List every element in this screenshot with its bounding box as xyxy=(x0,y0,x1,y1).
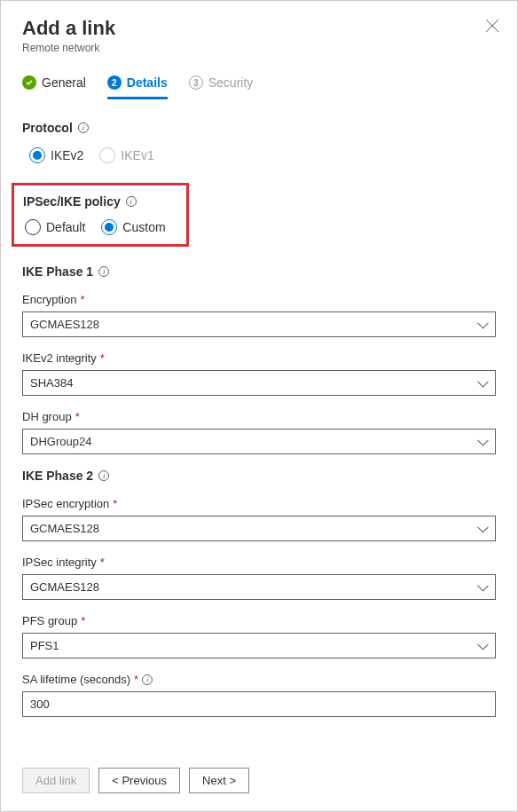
info-icon[interactable]: i xyxy=(98,266,109,277)
ipsec-encryption-label: IPSec encryption* xyxy=(22,497,496,510)
encryption-select[interactable]: GCMAES128 xyxy=(22,311,496,337)
required-asterisk: * xyxy=(100,351,105,365)
panel-footer: Add link < Previous Next > xyxy=(1,755,517,811)
radio-circle-icon xyxy=(101,219,117,235)
add-link-button: Add link xyxy=(22,768,90,793)
ipsec-policy-highlight: IPSec/IKE policy i Default Custom xyxy=(12,183,189,247)
tab-security[interactable]: 3 Security xyxy=(189,68,254,99)
info-icon[interactable]: i xyxy=(98,470,109,481)
encryption-label: Encryption* xyxy=(22,293,496,306)
radio-label: Custom xyxy=(122,220,165,234)
label-text: PFS group xyxy=(22,614,77,627)
pfs-group-select[interactable]: PFS1 xyxy=(22,633,496,658)
checkmark-icon xyxy=(22,75,36,90)
tab-label: Details xyxy=(127,75,168,90)
protocol-section-label: Protocol i xyxy=(22,121,496,135)
radio-ikev2[interactable]: IKEv2 xyxy=(29,147,83,163)
tab-label: General xyxy=(42,75,86,90)
radio-circle-icon xyxy=(25,219,41,235)
required-asterisk: * xyxy=(80,293,84,306)
dhgroup-label: DH group* xyxy=(22,410,496,423)
label-text: IPSec integrity xyxy=(22,556,97,569)
radio-label: IKEv1 xyxy=(121,148,153,162)
label-text: IKEv2 integrity xyxy=(22,351,97,365)
required-asterisk: * xyxy=(134,673,138,686)
ikev2-integrity-select[interactable]: SHA384 xyxy=(22,370,496,396)
wizard-tabs: General 2 Details 3 Security xyxy=(1,63,517,99)
section-title-text: Protocol xyxy=(22,121,73,135)
step-number-icon: 3 xyxy=(189,75,203,90)
policy-section-label: IPSec/IKE policy i xyxy=(23,194,177,209)
label-text: DH group xyxy=(22,410,72,423)
phase-title-text: IKE Phase 2 xyxy=(22,469,93,483)
panel-subtitle: Remote network xyxy=(22,42,496,54)
radio-label: Default xyxy=(46,220,85,234)
panel-title: Add a link xyxy=(22,17,496,40)
label-text: SA lifetime (seconds) xyxy=(22,673,130,686)
sa-lifetime-input[interactable] xyxy=(22,691,496,717)
radio-default[interactable]: Default xyxy=(25,219,85,235)
close-icon xyxy=(485,19,499,33)
ike-phase1-title: IKE Phase 1 i xyxy=(22,264,496,279)
required-asterisk: * xyxy=(113,497,117,510)
step-number-icon: 2 xyxy=(107,75,122,90)
sa-lifetime-label: SA lifetime (seconds)* i xyxy=(22,673,496,686)
radio-circle-icon xyxy=(99,147,115,163)
label-text: IPSec encryption xyxy=(22,497,109,510)
required-asterisk: * xyxy=(81,614,85,627)
tab-details[interactable]: 2 Details xyxy=(107,68,168,99)
required-asterisk: * xyxy=(100,556,105,569)
tab-label: Security xyxy=(208,75,254,90)
ikev2-integrity-label: IKEv2 integrity* xyxy=(22,351,496,365)
pfs-group-label: PFS group* xyxy=(22,614,496,627)
previous-button[interactable]: < Previous xyxy=(98,768,180,793)
ipsec-integrity-label: IPSec integrity* xyxy=(22,556,496,569)
section-title-text: IPSec/IKE policy xyxy=(23,194,121,209)
panel-body: Protocol i IKEv2 IKEv1 IPSec/IKE policy … xyxy=(1,99,517,755)
label-text: Encryption xyxy=(22,293,76,306)
ike-phase2-title: IKE Phase 2 i xyxy=(22,469,496,483)
protocol-radio-group: IKEv2 IKEv1 xyxy=(22,147,496,163)
radio-circle-icon xyxy=(29,147,45,163)
info-icon[interactable]: i xyxy=(78,122,89,133)
close-button[interactable] xyxy=(485,19,499,33)
ipsec-encryption-select[interactable]: GCMAES128 xyxy=(22,516,496,541)
policy-radio-group: Default Custom xyxy=(23,219,177,235)
radio-custom[interactable]: Custom xyxy=(101,219,165,235)
info-icon[interactable]: i xyxy=(142,674,153,685)
dhgroup-select[interactable]: DHGroup24 xyxy=(22,429,496,454)
panel-header: Add a link Remote network xyxy=(1,1,517,63)
required-asterisk: * xyxy=(75,410,80,423)
ipsec-integrity-select[interactable]: GCMAES128 xyxy=(22,574,496,600)
radio-ikev1: IKEv1 xyxy=(99,147,153,163)
info-icon[interactable]: i xyxy=(126,196,137,207)
phase-title-text: IKE Phase 1 xyxy=(22,264,93,279)
add-link-panel: Add a link Remote network General 2 Deta… xyxy=(0,0,518,812)
next-button[interactable]: Next > xyxy=(189,768,249,793)
radio-label: IKEv2 xyxy=(51,148,83,162)
tab-general[interactable]: General xyxy=(22,68,86,99)
